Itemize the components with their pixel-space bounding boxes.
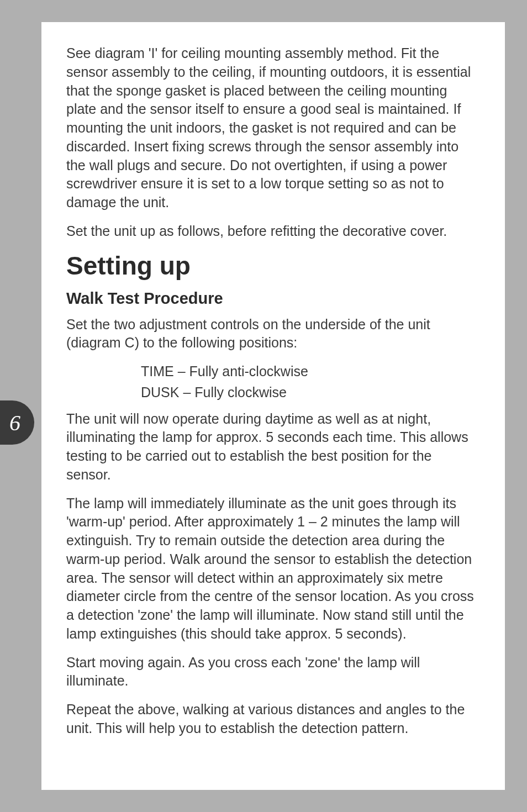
- paragraph-intro-2: Set the unit up as follows, before refit…: [66, 222, 480, 241]
- heading-setting-up: Setting up: [66, 251, 480, 281]
- paragraph-repeat: Repeat the above, walking at various dis…: [66, 700, 480, 738]
- paragraph-controls: Set the two adjustment controls on the u…: [66, 315, 480, 353]
- paragraph-daytime: The unit will now operate during daytime…: [66, 410, 480, 484]
- paragraph-moving: Start moving again. As you cross each 'z…: [66, 653, 480, 691]
- paragraph-warmup: The lamp will immediately illuminate as …: [66, 494, 480, 644]
- page-number-tab: 6: [0, 400, 34, 445]
- document-page: See diagram 'I' for ceiling mounting ass…: [41, 22, 505, 790]
- page-number: 6: [9, 410, 20, 436]
- paragraph-intro-1: See diagram 'I' for ceiling mounting ass…: [66, 44, 480, 212]
- setting-time: TIME – Fully anti-clockwise: [66, 362, 480, 381]
- heading-walk-test: Walk Test Procedure: [66, 289, 480, 308]
- setting-dusk: DUSK – Fully clockwise: [66, 383, 480, 402]
